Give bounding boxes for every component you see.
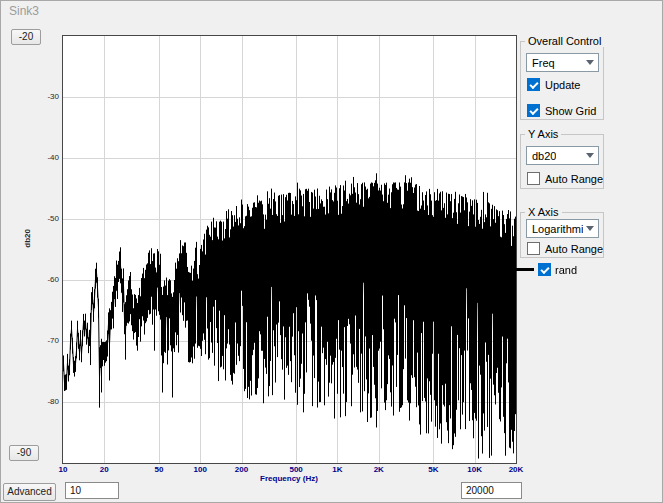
update-checkbox-box xyxy=(527,78,540,91)
y-tick-label: -80 xyxy=(31,397,59,406)
x-auto-range-checkbox-box xyxy=(527,242,540,255)
x-tick-label: 100 xyxy=(194,465,207,474)
x-tick-label: 500 xyxy=(289,465,302,474)
window-title: Sink3 xyxy=(9,4,39,18)
y-axis-group-label: Y Axis xyxy=(525,128,561,140)
x-axis-dropdown[interactable]: Logarithmic xyxy=(526,219,599,238)
x-tick-label: 10 xyxy=(59,465,68,474)
y-axis-dropdown[interactable]: db20 xyxy=(526,146,599,165)
y-axis-dropdown-value: db20 xyxy=(532,150,556,162)
sink-window: Sink3 -20 -90 db20 Frequency (Hz) Advanc… xyxy=(0,0,663,503)
x-max-input[interactable] xyxy=(461,482,522,499)
x-tick-label: 2K xyxy=(374,465,384,474)
y-axis-group: Y Axis db20 Auto Range xyxy=(520,134,604,189)
x-tick-label: 20K xyxy=(509,465,524,474)
overall-control-group-label: Overall Control xyxy=(525,35,604,47)
chevron-down-icon xyxy=(586,60,594,65)
y-auto-range-checkbox[interactable]: Auto Range xyxy=(527,172,603,185)
y-tick-label: -70 xyxy=(31,336,59,345)
update-checkbox[interactable]: Update xyxy=(527,78,580,91)
x-tick-label: 50 xyxy=(154,465,163,474)
legend-visibility-checkbox[interactable] xyxy=(538,263,551,276)
x-min-input[interactable] xyxy=(65,482,119,499)
y-tick-label: -50 xyxy=(31,214,59,223)
spectrum-canvas[interactable] xyxy=(63,36,516,463)
chevron-down-icon xyxy=(586,226,594,231)
update-checkbox-label: Update xyxy=(545,79,580,91)
chevron-down-icon xyxy=(586,153,594,158)
y-auto-range-checkbox-box xyxy=(527,172,540,185)
x-tick-label: 20 xyxy=(100,465,109,474)
advanced-button[interactable]: Advanced xyxy=(3,483,56,501)
x-tick-label: 200 xyxy=(235,465,248,474)
x-axis-label: Frequency (Hz) xyxy=(260,474,318,483)
x-auto-range-checkbox[interactable]: Auto Range xyxy=(527,242,603,255)
show-grid-checkbox[interactable]: Show Grid xyxy=(527,104,596,117)
overall-control-dropdown[interactable]: Freq xyxy=(526,53,599,72)
y-auto-range-checkbox-label: Auto Range xyxy=(545,173,603,185)
overall-control-dropdown-value: Freq xyxy=(532,57,555,69)
legend-series-label: rand xyxy=(555,264,577,276)
legend: rand xyxy=(514,263,577,276)
overall-control-group: Overall Control Freq Update Show Grid xyxy=(520,41,604,120)
x-tick-label: 1K xyxy=(332,465,342,474)
y-axis-label: db20 xyxy=(23,229,32,248)
x-tick-label: 5K xyxy=(428,465,438,474)
x-axis-group: X Axis Logarithmic Auto Range xyxy=(520,212,604,258)
y-tick-label: -60 xyxy=(31,275,59,284)
x-axis-dropdown-value: Logarithmic xyxy=(532,223,583,235)
y-min-button[interactable]: -90 xyxy=(9,445,39,461)
show-grid-checkbox-label: Show Grid xyxy=(545,105,596,117)
x-auto-range-checkbox-label: Auto Range xyxy=(545,243,603,255)
y-tick-label: -40 xyxy=(31,153,59,162)
show-grid-checkbox-box xyxy=(527,104,540,117)
legend-line-swatch xyxy=(514,268,534,271)
x-tick-label: 10K xyxy=(467,465,482,474)
plot-area[interactable] xyxy=(62,35,517,464)
y-max-button[interactable]: -20 xyxy=(11,29,41,45)
x-axis-group-label: X Axis xyxy=(525,206,562,218)
y-tick-label: -30 xyxy=(31,92,59,101)
